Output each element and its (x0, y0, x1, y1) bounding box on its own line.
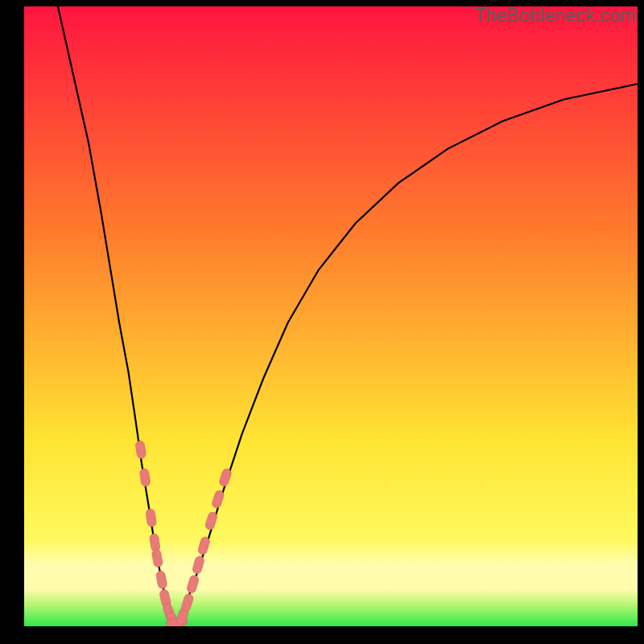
outer-frame: TheBottleneck.com (0, 0, 644, 644)
chart-svg (24, 6, 638, 626)
gradient-bg (24, 6, 638, 626)
plot-area (24, 6, 638, 626)
watermark-text: TheBottleneck.com (475, 5, 636, 27)
